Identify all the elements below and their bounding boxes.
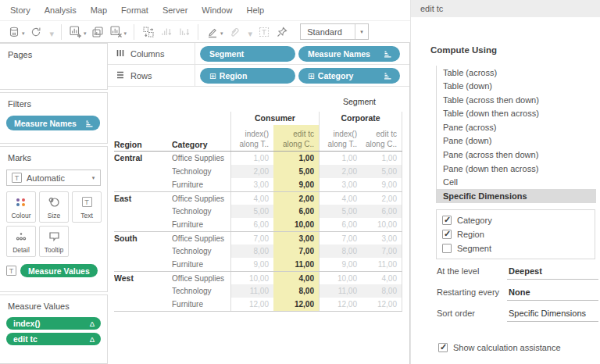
value-cell[interactable]: 2,00 <box>319 165 362 178</box>
dropdown-caret-icon[interactable]: ▾ <box>220 30 223 37</box>
setting-value-dropdown[interactable]: None <box>507 287 598 301</box>
filter-pill[interactable]: Measure Names <box>6 116 100 130</box>
size-button[interactable]: Size <box>39 191 69 223</box>
value-cell[interactable]: 10,00 <box>230 272 273 284</box>
region-column-header[interactable]: Region <box>114 140 172 149</box>
data-source-icon[interactable] <box>5 23 23 41</box>
value-cell[interactable]: 8,00 <box>230 244 273 258</box>
text-button[interactable]: T Text <box>72 191 102 223</box>
detail-button[interactable]: Detail <box>6 226 36 257</box>
category-column-header[interactable]: Category <box>172 140 230 149</box>
value-cell-highlighted[interactable]: 9,00 <box>273 178 319 191</box>
category-header-cell[interactable]: Office Supplies <box>172 152 230 165</box>
duplicate-sheet-icon[interactable] <box>89 23 107 41</box>
menu-item[interactable]: Window <box>195 5 239 15</box>
region-header-cell[interactable]: Central <box>114 152 172 165</box>
region-header-cell[interactable]: West <box>114 272 172 284</box>
new-worksheet-icon[interactable] <box>66 23 84 41</box>
text-shelf-pill[interactable]: Measure Values <box>20 264 98 277</box>
compute-using-option[interactable]: Pane (across) <box>437 120 596 134</box>
category-header-cell[interactable]: Technology <box>172 165 230 178</box>
region-header-cell[interactable] <box>114 284 172 298</box>
expand-icon[interactable]: ⊞ <box>209 71 216 80</box>
measure-pill[interactable]: index() Δ <box>6 317 101 330</box>
value-cell[interactable]: 5,00 <box>362 165 402 178</box>
rows-shelf[interactable]: Rows ⊞ Region <box>108 65 409 87</box>
value-cell[interactable]: 4,00 <box>362 272 402 284</box>
menu-item[interactable]: Map <box>84 5 114 15</box>
value-cell[interactable]: 3,00 <box>230 178 273 191</box>
region-header-cell[interactable] <box>114 165 172 178</box>
value-cell[interactable]: 9,00 <box>319 258 362 271</box>
value-cell-highlighted[interactable]: 12,00 <box>273 298 319 311</box>
value-cell[interactable]: 9,00 <box>230 258 273 271</box>
value-cell[interactable]: 5,00 <box>230 205 273 218</box>
columns-shelf[interactable]: Columns ⊞ Segment <box>108 43 409 65</box>
colour-button[interactable]: Colour <box>6 191 36 223</box>
region-header-cell[interactable]: East <box>114 192 172 205</box>
menu-item[interactable]: Analysis <box>38 5 84 15</box>
sort-badge-icon[interactable] <box>85 120 94 127</box>
value-cell[interactable]: 6,00 <box>362 205 402 218</box>
compute-using-option[interactable]: Pane (down) <box>437 134 596 148</box>
value-cell[interactable]: 6,00 <box>230 218 273 231</box>
value-cell[interactable]: 12,00 <box>319 298 362 311</box>
category-header-cell[interactable]: Furniture <box>172 218 230 231</box>
setting-value-dropdown[interactable]: Specific Dimensions <box>507 309 598 322</box>
column-group-corporate[interactable]: Corporate <box>319 112 402 125</box>
value-cell[interactable]: 4,00 <box>319 192 362 205</box>
category-header-cell[interactable]: Office Supplies <box>172 232 230 244</box>
measure-header-edittc-consumer-highlighted[interactable]: edit tcalong C.. <box>273 125 319 151</box>
value-cell[interactable]: 3,00 <box>319 178 362 191</box>
value-cell-highlighted[interactable]: 10,00 <box>273 218 319 231</box>
chevron-down-icon[interactable]: ▾ <box>355 24 368 39</box>
value-cell[interactable]: 7,00 <box>362 244 402 258</box>
measure-header-edittc-corporate[interactable]: edit tcalong C.. <box>362 125 402 151</box>
value-cell[interactable]: 11,00 <box>319 284 362 298</box>
compute-using-option[interactable]: Cell <box>437 176 596 190</box>
category-header-cell[interactable]: Furniture <box>172 258 230 271</box>
table-calc-delta-icon[interactable]: Δ <box>90 335 95 344</box>
value-cell[interactable]: 10,00 <box>362 218 402 231</box>
dropdown-caret-icon[interactable]: ▾ <box>124 30 127 37</box>
category-header-cell[interactable]: Office Supplies <box>172 272 230 284</box>
region-header-cell[interactable] <box>114 178 172 191</box>
menu-item[interactable]: Help <box>239 5 271 15</box>
value-cell[interactable]: 1,00 <box>319 152 362 165</box>
menu-item[interactable]: Format <box>114 5 155 15</box>
setting-value-dropdown[interactable]: Deepest <box>507 266 598 280</box>
compute-using-option[interactable]: Table (across then down) <box>437 93 596 107</box>
shelf-pill[interactable]: ⊞ Segment <box>200 46 295 62</box>
value-cell-highlighted[interactable]: 8,00 <box>273 284 319 298</box>
compute-using-option[interactable]: Specific Dimensions <box>437 189 596 203</box>
calc-assistance-row[interactable]: Show calculation assistance <box>438 343 600 352</box>
dimension-checkbox-item[interactable]: Region <box>437 227 595 241</box>
value-cell[interactable]: 12,00 <box>230 298 273 311</box>
category-header-cell[interactable]: Technology <box>172 284 230 298</box>
value-cell[interactable]: 8,00 <box>319 244 362 258</box>
dropdown-caret-icon[interactable]: ▾ <box>84 30 87 37</box>
measure-header-index-corporate[interactable]: index()along T.. <box>319 125 362 151</box>
value-cell[interactable]: 2,00 <box>362 192 402 205</box>
value-cell-highlighted[interactable]: 3,00 <box>273 232 319 244</box>
chevron-down-icon[interactable]: ▾ <box>87 170 100 185</box>
tooltip-button[interactable]: Tooltip <box>39 226 69 257</box>
compute-using-option[interactable]: Table (down) <box>437 80 596 94</box>
menu-item[interactable]: Server <box>155 5 195 15</box>
shelf-pill[interactable]: ⊞ Region <box>200 68 295 84</box>
sort-badge-icon[interactable] <box>384 50 392 58</box>
value-cell[interactable]: 4,00 <box>230 192 273 205</box>
value-cell[interactable]: 12,00 <box>362 298 402 311</box>
value-cell[interactable]: 9,00 <box>362 178 402 191</box>
checkbox-icon[interactable] <box>442 230 452 239</box>
dropdown-caret-icon[interactable]: ▾ <box>22 30 25 37</box>
value-cell[interactable]: 10,00 <box>319 272 362 284</box>
category-header-cell[interactable]: Office Supplies <box>172 192 230 205</box>
region-header-cell[interactable] <box>114 205 172 218</box>
value-cell-highlighted[interactable]: 5,00 <box>273 165 319 178</box>
value-cell-highlighted[interactable]: 4,00 <box>273 272 319 284</box>
menu-item[interactable]: Story <box>3 5 38 15</box>
segment-dimension-header[interactable]: Segment <box>309 97 409 106</box>
value-cell-highlighted[interactable]: 6,00 <box>273 205 319 218</box>
value-cell[interactable]: 7,00 <box>319 232 362 244</box>
